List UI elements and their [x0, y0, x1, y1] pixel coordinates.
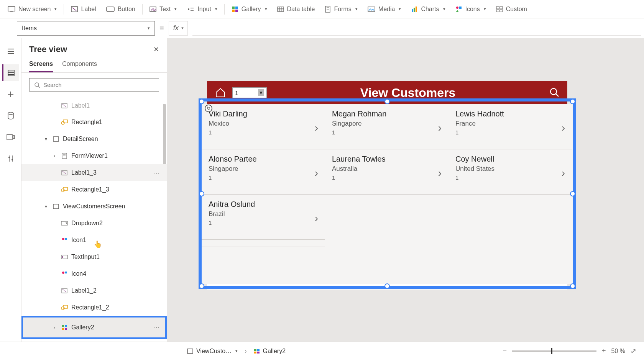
caret-down-icon[interactable]: ▾: [43, 136, 49, 142]
icons-menu[interactable]: Icons ▾: [451, 3, 491, 15]
tree-list[interactable]: Label1 Rectangle1 ▾ DetailScreen › FormV…: [21, 97, 167, 342]
gallery-preview[interactable]: Viki DarlingMexico1›Megan RohmanSingapor…: [202, 104, 573, 284]
tree-search-field[interactable]: [43, 82, 154, 88]
custom-menu[interactable]: Custom: [491, 3, 532, 15]
zoom-slider[interactable]: [512, 350, 596, 352]
resize-handle[interactable]: [570, 283, 575, 289]
search-icon[interactable]: [549, 87, 560, 99]
home-icon[interactable]: [215, 87, 226, 99]
custom-icon: [496, 6, 503, 12]
media-menu-label: Media: [378, 6, 395, 13]
gallery-item[interactable]: Coy NewellUnited States1›: [449, 149, 572, 195]
gallery-menu[interactable]: Gallery ▾: [227, 3, 272, 15]
resize-handle[interactable]: [199, 283, 204, 289]
chevron-right-icon[interactable]: ›: [315, 212, 318, 224]
property-selector[interactable]: Items ▾: [17, 21, 155, 36]
advanced-tools-button[interactable]: [2, 150, 19, 167]
tree-node-rectangle1-2[interactable]: Rectangle1_2: [21, 299, 167, 316]
svg-rect-12: [232, 10, 235, 12]
tree-node-label1-3[interactable]: Label1_3 ⋯ 👆: [21, 164, 167, 181]
tree-node-viewcustomersscreen[interactable]: ▾ ViewCustomersScreen: [21, 198, 167, 215]
svg-rect-73: [63, 305, 67, 308]
chevron-right-icon[interactable]: ›: [438, 167, 442, 179]
more-icon[interactable]: ⋯: [153, 169, 167, 177]
label-button[interactable]: Label: [66, 3, 100, 15]
data-table-button[interactable]: Data table: [273, 3, 320, 15]
breadcrumb-control[interactable]: Gallery2: [251, 345, 289, 357]
close-icon[interactable]: ✕: [153, 45, 159, 54]
more-icon[interactable]: ⋯: [153, 323, 167, 332]
chevron-down-icon: ▾: [484, 7, 486, 11]
zoom-in-button[interactable]: +: [602, 347, 606, 355]
hamburger-button[interactable]: [2, 43, 19, 60]
tree-node-icon4[interactable]: Icon4: [21, 265, 167, 282]
tree-node-textinput1[interactable]: TextInput1: [21, 249, 167, 265]
insert-rail-button[interactable]: [2, 86, 19, 103]
tree-view-rail-button[interactable]: [2, 64, 19, 81]
chevron-down-icon: ▾: [258, 89, 264, 96]
resize-handle[interactable]: [199, 99, 204, 104]
breadcrumb: ViewCusto… ▾ › Gallery2: [184, 345, 289, 357]
forms-menu[interactable]: Forms ▾: [320, 3, 362, 15]
region-dropdown[interactable]: 1 ▾: [232, 87, 267, 98]
svg-rect-54: [53, 137, 59, 141]
tree-node-gallery2[interactable]: › Gallery2 ⋯: [21, 316, 167, 339]
input-menu[interactable]: Input ▾: [182, 3, 222, 15]
resize-handle[interactable]: [570, 99, 575, 104]
gallery-item[interactable]: Megan RohmanSingapore1›: [325, 104, 449, 149]
svg-rect-70: [65, 272, 67, 273]
new-screen-button[interactable]: New screen ▾: [3, 3, 61, 15]
charts-menu[interactable]: Charts ▾: [406, 3, 450, 15]
gallery-item[interactable]: Lewis HadnottFrance1›: [449, 104, 572, 149]
button-insert[interactable]: Button: [102, 3, 140, 15]
zoom-out-button[interactable]: −: [503, 347, 507, 355]
gallery-item[interactable]: Alonso ParteeSingapore1›: [202, 149, 325, 195]
customer-country: United States: [455, 165, 565, 173]
tree-label: Rectangle1: [71, 119, 167, 126]
chevron-right-icon[interactable]: ›: [438, 122, 442, 134]
tree-label: ViewCustomersScreen: [63, 203, 167, 210]
data-rail-button[interactable]: [2, 107, 19, 124]
tree-node-detailscreen[interactable]: ▾ DetailScreen: [21, 131, 167, 147]
tree-node-homescreen[interactable]: › HomeScreen: [21, 339, 167, 342]
caret-right-icon[interactable]: ›: [51, 153, 58, 159]
formula-input[interactable]: [192, 21, 641, 36]
chevron-down-icon: ▾: [235, 349, 238, 353]
canvas-area[interactable]: 1 ▾ View Customers Viki DarlingMexico1›M…: [167, 38, 644, 342]
tree-node-label1-2[interactable]: Label1_2: [21, 282, 167, 299]
tab-screens[interactable]: Screens: [29, 57, 53, 72]
customer-name: Coy Newell: [455, 155, 565, 164]
chevron-right-icon[interactable]: ›: [562, 167, 565, 179]
caret-down-icon[interactable]: ▾: [43, 204, 49, 209]
insert-ribbon: New screen ▾ Label Button Abc Text ▾ Inp…: [0, 0, 644, 18]
media-rail-button[interactable]: [2, 129, 19, 146]
chevron-right-icon[interactable]: ›: [315, 167, 318, 179]
gallery-item[interactable]: Laurena TowlesAustralia1›: [325, 149, 449, 195]
tree-node-formviewer1[interactable]: › FormViewer1: [21, 147, 167, 164]
media-menu[interactable]: Media ▾: [363, 3, 406, 15]
text-menu[interactable]: Abc Text ▾: [145, 3, 181, 15]
chevron-right-icon[interactable]: ›: [562, 122, 565, 134]
svg-point-41: [8, 112, 13, 115]
icons-menu-label: Icons: [465, 6, 480, 13]
svg-rect-31: [496, 10, 499, 12]
tree-node-dropdown2[interactable]: Dropdown2: [21, 215, 167, 232]
tree-node-label1[interactable]: Label1: [21, 97, 167, 114]
fit-to-window-button[interactable]: ⤢: [631, 347, 636, 355]
zoom-thumb[interactable]: [551, 348, 552, 354]
tree-search-input[interactable]: [29, 78, 159, 92]
tab-components[interactable]: Components: [62, 57, 97, 72]
chevron-down-icon: ▾: [148, 26, 150, 31]
svg-point-48: [35, 83, 39, 87]
gallery-item[interactable]: Anitra OslundBrazil1›: [202, 195, 325, 240]
media-icon: [368, 7, 375, 12]
tree-node-rectangle1[interactable]: Rectangle1: [21, 114, 167, 131]
breadcrumb-screen[interactable]: ViewCusto… ▾: [184, 345, 241, 357]
fx-button[interactable]: fx▾: [169, 21, 188, 36]
tree-node-icon1[interactable]: Icon1: [21, 232, 167, 249]
svg-line-49: [38, 86, 40, 88]
caret-right-icon[interactable]: ›: [51, 325, 58, 330]
chevron-right-icon[interactable]: ›: [315, 122, 318, 134]
tree-node-rectangle1-3[interactable]: Rectangle1_3: [21, 181, 167, 198]
gallery-item[interactable]: Viki DarlingMexico1›: [202, 104, 325, 149]
